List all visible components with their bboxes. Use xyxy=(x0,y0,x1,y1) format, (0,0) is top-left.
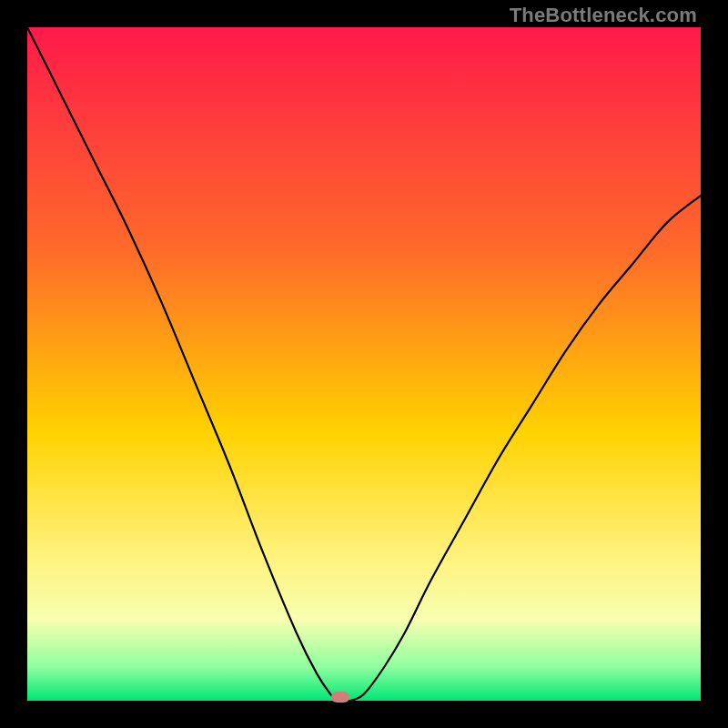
bottleneck-curve xyxy=(27,27,701,701)
optimal-marker xyxy=(331,692,349,703)
plot-area xyxy=(27,27,701,701)
watermark-text: TheBottleneck.com xyxy=(510,4,697,27)
chart-frame: TheBottleneck.com xyxy=(0,0,728,728)
